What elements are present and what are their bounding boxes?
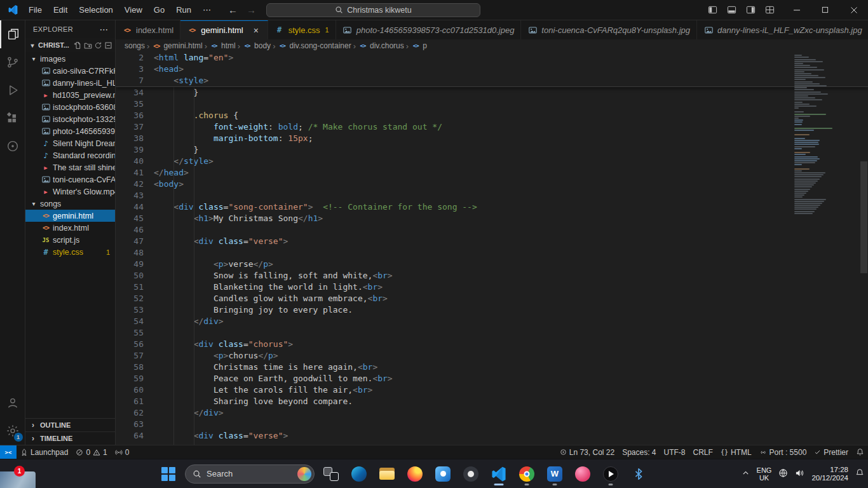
menu-overflow[interactable]: ⋯ bbox=[197, 3, 217, 18]
live-server-port[interactable]: Port : 5500 bbox=[756, 445, 811, 459]
tab-toni-cuenca-cvfarq2qu8y-unsplash-jpg[interactable]: toni-cuenca-CvFARq2qu8Y-unsplash.jpg bbox=[521, 20, 697, 39]
breadcrumb-div-chorus[interactable]: <>div.chorus bbox=[358, 41, 404, 50]
file-index-html[interactable]: <>index.html bbox=[25, 222, 115, 234]
explorer-icon[interactable] bbox=[0, 20, 25, 48]
breadcrumb-body[interactable]: <>body bbox=[242, 41, 271, 50]
breadcrumb-p[interactable]: <>p bbox=[410, 41, 427, 50]
tray-chevron-up-icon[interactable] bbox=[742, 469, 750, 479]
vertical-scrollbar[interactable] bbox=[860, 161, 867, 273]
file-style-css[interactable]: #style.css1 bbox=[25, 246, 115, 258]
eol-status[interactable]: CRLF bbox=[689, 445, 717, 459]
menu-view[interactable]: View bbox=[119, 3, 148, 18]
line-number[interactable]: 37 bbox=[116, 121, 144, 133]
menu-file[interactable]: File bbox=[23, 3, 48, 18]
language-indicator[interactable]: ENGUK bbox=[757, 466, 772, 482]
formatter-status[interactable]: Prettier bbox=[810, 445, 852, 459]
vscode-icon[interactable] bbox=[487, 462, 511, 486]
tab-photo-1465659398573-cc071d2531d0-jpeg[interactable]: photo-1465659398573-cc071d2531d0.jpeg bbox=[336, 20, 522, 39]
tab-index-html[interactable]: <>index.html bbox=[116, 20, 180, 39]
file-caio-silva-c7rfkkvt[interactable]: caio-silva-C7RFkKvT... bbox=[25, 65, 115, 77]
file-istockphoto-636083[interactable]: istockphoto-636083... bbox=[25, 101, 115, 113]
remote-explorer-icon[interactable] bbox=[0, 132, 25, 160]
file-hd1035-preview-mp4[interactable]: ▶hd1035_preview.mp4 bbox=[25, 89, 115, 101]
code-line[interactable]: 35 bbox=[116, 98, 868, 110]
toggle-secondary-sidebar-icon[interactable] bbox=[742, 2, 759, 18]
breadcrumb-html[interactable]: <>html bbox=[209, 41, 236, 50]
code-line[interactable]: 37 font-weight: bold; /* Make chorus sta… bbox=[116, 121, 868, 133]
clock[interactable]: 17:2820/12/2024 bbox=[811, 466, 848, 482]
code-line[interactable]: 48 bbox=[116, 247, 868, 259]
toggle-sidebar-icon[interactable] bbox=[703, 2, 721, 18]
menu-edit[interactable]: Edit bbox=[48, 3, 73, 18]
line-number[interactable]: 47 bbox=[116, 236, 144, 247]
edge-icon[interactable] bbox=[347, 462, 371, 486]
line-number[interactable]: 48 bbox=[116, 247, 144, 259]
line-number[interactable]: 41 bbox=[116, 167, 144, 179]
cursor-position[interactable]: Ln 73, Col 22 bbox=[556, 445, 618, 459]
media-player-icon[interactable] bbox=[599, 462, 623, 486]
line-number[interactable]: 63 bbox=[116, 419, 144, 430]
language-mode[interactable]: {} HTML bbox=[717, 445, 756, 459]
close-icon[interactable]: × bbox=[251, 25, 261, 36]
line-number[interactable]: 2 bbox=[116, 52, 144, 64]
line-number[interactable]: 42 bbox=[116, 179, 144, 190]
code-line[interactable]: 55 bbox=[116, 327, 868, 339]
line-number[interactable]: 7 bbox=[116, 75, 144, 86]
code-line[interactable]: 42<body> bbox=[116, 179, 868, 190]
code-line[interactable]: 50 Snow is falling, soft and white,<br> bbox=[116, 270, 868, 281]
settings-gear-icon[interactable]: 1 bbox=[0, 417, 25, 445]
code-line[interactable]: 39 } bbox=[116, 144, 868, 156]
encoding-status[interactable]: UTF-8 bbox=[660, 445, 689, 459]
volume-icon[interactable] bbox=[795, 468, 804, 480]
problems-status[interactable]: 0 1 bbox=[72, 445, 111, 459]
line-number[interactable]: 40 bbox=[116, 156, 144, 167]
folder-songs[interactable]: ▾songs bbox=[25, 198, 115, 210]
line-number[interactable]: 52 bbox=[116, 293, 144, 304]
code-line[interactable]: 43 bbox=[116, 190, 868, 201]
minimize-button[interactable] bbox=[782, 0, 811, 20]
accounts-icon[interactable] bbox=[0, 389, 25, 417]
launchpad-status[interactable]: Launchpad bbox=[17, 445, 72, 459]
line-number[interactable]: 64 bbox=[116, 430, 144, 442]
code-line[interactable]: 2<html lang="en"> bbox=[116, 52, 868, 64]
workspace-root[interactable]: ▾ CHRIST... bbox=[25, 38, 115, 52]
file-photo-14656593985[interactable]: photo-14656593985... bbox=[25, 125, 115, 137]
tab-danny-lines-il-hlf-wzxc-unsplash-jpg[interactable]: danny-lines-iL_HLF_wZxc-unsplash.jpg bbox=[697, 20, 868, 39]
file-winter-s-glow-mp4[interactable]: ▶Winter's Glow.mp4 bbox=[25, 186, 115, 198]
file-explorer-icon[interactable] bbox=[375, 462, 399, 486]
line-number[interactable]: 45 bbox=[116, 213, 144, 224]
extensions-icon[interactable] bbox=[0, 104, 25, 132]
line-number[interactable]: 36 bbox=[116, 110, 144, 121]
source-control-icon[interactable] bbox=[0, 48, 25, 76]
code-line[interactable]: 60 Let the carols fill the air,<br> bbox=[116, 384, 868, 396]
notifications-bell-icon[interactable] bbox=[852, 445, 868, 459]
github-icon[interactable] bbox=[459, 462, 483, 486]
line-number[interactable]: 56 bbox=[116, 339, 144, 350]
line-number[interactable]: 62 bbox=[116, 407, 144, 419]
code-line[interactable]: 3<head> bbox=[116, 64, 868, 75]
line-number[interactable]: 34 bbox=[116, 87, 144, 98]
code-line[interactable]: 36 .chorus { bbox=[116, 110, 868, 121]
new-folder-icon[interactable] bbox=[84, 41, 92, 50]
line-number[interactable]: 51 bbox=[116, 281, 144, 293]
code-line[interactable]: 49 <p>verse</p> bbox=[116, 259, 868, 270]
customize-layout-icon[interactable] bbox=[761, 2, 778, 18]
new-file-icon[interactable] bbox=[74, 41, 82, 50]
code-line[interactable]: 46 bbox=[116, 224, 868, 236]
breadcrumb-div-song-container[interactable]: <>div.song-container bbox=[277, 41, 351, 50]
line-number[interactable]: 44 bbox=[116, 201, 144, 213]
code-line[interactable]: 52 Candles glow with warm embrace,<br> bbox=[116, 293, 868, 304]
widgets-button[interactable]: 1 bbox=[0, 471, 36, 488]
code-line[interactable]: 40 </style> bbox=[116, 156, 868, 167]
code-line[interactable]: 62 </div> bbox=[116, 407, 868, 419]
code-line[interactable]: 58 Christmas time is here again,<br> bbox=[116, 362, 868, 373]
toggle-panel-icon[interactable] bbox=[722, 2, 740, 18]
code-line[interactable]: 64 <div class="verse"> bbox=[116, 430, 868, 442]
code-line[interactable]: 44 <div class="song-container"> <!-- Con… bbox=[116, 201, 868, 213]
forward-arrow-icon[interactable]: → bbox=[247, 4, 256, 15]
breadcrumb-gemini-html[interactable]: <>gemini.html bbox=[151, 41, 202, 50]
run-debug-icon[interactable] bbox=[0, 76, 25, 104]
line-number[interactable]: 54 bbox=[116, 316, 144, 327]
menu-go[interactable]: Go bbox=[148, 3, 170, 18]
code-line[interactable]: 34 } bbox=[116, 87, 868, 98]
